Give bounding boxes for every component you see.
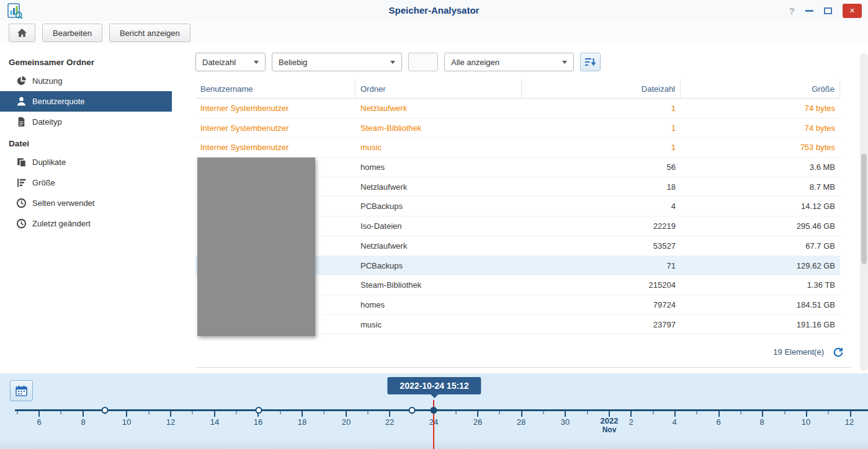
column-header-ordner[interactable]: Ordner: [356, 80, 522, 98]
timeline-tick: [477, 411, 478, 417]
timeline-tick: [38, 411, 40, 417]
cell-folder: Steam-Bibliothek: [356, 275, 522, 295]
timeline-event-marker[interactable]: [256, 407, 262, 414]
cell-size: 1.36 TB: [681, 275, 840, 295]
sidebar-item-zuletzt-geaendert[interactable]: Zuletzt geändert: [0, 213, 172, 234]
timeline-tick: [61, 411, 61, 414]
timeline-tick: [587, 411, 588, 414]
cell-folder: music: [356, 315, 522, 334]
timeline-tick: [346, 411, 347, 417]
user-icon: [16, 96, 27, 107]
sort-order-button[interactable]: [580, 53, 601, 71]
filter-value-input[interactable]: [408, 53, 438, 71]
sort-descending-icon: [584, 57, 596, 67]
maximize-button[interactable]: [824, 7, 832, 14]
cell-size: 191.16 GB: [681, 315, 840, 334]
refresh-button[interactable]: [833, 346, 844, 357]
cell-user: Interner Systembenutzer: [195, 99, 356, 118]
timeline-tick: [214, 411, 215, 417]
column-header-benutzername[interactable]: Benutzername: [195, 80, 356, 98]
sidebar-item-groesse[interactable]: Größe: [0, 172, 172, 193]
timeline-label: 22: [385, 417, 394, 427]
sidebar-item-selten-verwendet[interactable]: Selten verwendet: [0, 193, 172, 213]
sidebar: Gemeinsamer Ordner Nutzung Benutzerquote: [0, 45, 186, 373]
timeline-tick: [630, 411, 632, 417]
timeline-tick: [302, 411, 303, 417]
timeline-label: 4: [672, 417, 676, 427]
cell-count: 18: [522, 177, 681, 197]
timeline-tick: [762, 411, 763, 417]
cell-count: 1: [522, 99, 681, 118]
sidebar-item-nutzung[interactable]: Nutzung: [0, 71, 172, 91]
timeline-label: 20: [342, 417, 351, 427]
titlebar: Speicher-Analysator ? ×: [0, 0, 868, 21]
sidebar-item-duplikate[interactable]: Duplikate: [0, 152, 172, 172]
timeline-label: 16: [254, 417, 262, 427]
timeline-tick: [740, 411, 741, 414]
calendar-button[interactable]: [10, 380, 33, 401]
document-icon: [16, 117, 27, 127]
cell-folder: PCBackups: [356, 256, 522, 275]
scrollbar-thumb[interactable]: [861, 154, 867, 264]
show-filter-dropdown[interactable]: Alle anzeigen: [444, 53, 574, 71]
minimize-button[interactable]: [805, 10, 813, 12]
size-bars-icon: [16, 177, 27, 188]
cell-count: 79724: [522, 295, 681, 314]
cell-folder: homes: [356, 158, 522, 177]
cell-count: 56: [522, 158, 681, 177]
column-header-groesse[interactable]: Größe: [681, 80, 840, 98]
cell-size: 295.46 GB: [681, 216, 840, 236]
home-button[interactable]: [9, 24, 35, 42]
timeline-tick: [324, 411, 324, 414]
table-row[interactable]: Interner Systembenutzer Netzlaufwerk 1 7…: [195, 99, 840, 118]
table-row[interactable]: Interner Systembenutzer Steam-Bibliothek…: [195, 118, 840, 138]
filter-row: Dateizahl Beliebig Alle anzeigen: [195, 53, 601, 71]
chevron-down-icon: [254, 61, 259, 66]
timeline-label: 2: [629, 417, 633, 427]
timeline-tick: [499, 411, 500, 414]
timeline-event-marker[interactable]: [102, 407, 109, 414]
show-report-button[interactable]: Bericht anzeigen: [109, 24, 190, 42]
cell-folder: PCBackups: [356, 197, 522, 216]
timeline-label: 28: [517, 417, 526, 427]
cell-count: 53527: [522, 236, 681, 256]
edit-button[interactable]: Bearbeiten: [42, 24, 102, 42]
timeline-tick: [455, 411, 456, 414]
timeline-label: 12: [166, 417, 175, 427]
cell-size: 74 bytes: [681, 99, 840, 118]
sidebar-item-dateityp[interactable]: Dateityp: [0, 112, 172, 132]
window-title: Speicher-Analysator: [0, 0, 868, 21]
cell-folder: music: [356, 138, 522, 157]
cell-size: 753 bytes: [681, 138, 840, 157]
timeline-event-marker[interactable]: [409, 407, 416, 414]
timeline-label: 30: [561, 417, 570, 427]
pie-chart-icon: [16, 76, 27, 86]
list-footer: 19 Element(e): [195, 342, 844, 361]
sort-field-dropdown[interactable]: Dateizahl: [195, 53, 266, 71]
timeline-tick: [718, 411, 720, 417]
item-count: 19 Element(e): [773, 347, 824, 357]
refresh-icon: [833, 346, 844, 357]
cell-size: 14.12 GB: [681, 197, 840, 216]
cell-folder: Netzlaufwerk: [356, 99, 522, 118]
cell-folder: Netzlaufwerk: [356, 236, 522, 256]
help-button[interactable]: ?: [789, 6, 795, 16]
sidebar-item-benutzerquote[interactable]: Benutzerquote: [0, 91, 172, 112]
column-header-dateizahl[interactable]: Dateizahl: [522, 80, 681, 98]
timeline-label: 18: [298, 417, 306, 427]
timeline-tick: [83, 411, 84, 417]
condition-dropdown[interactable]: Beliebig: [272, 53, 402, 71]
close-button[interactable]: ×: [843, 4, 862, 18]
cell-count: 1: [522, 118, 681, 138]
table-row[interactable]: Interner Systembenutzer music 1 753 byte…: [195, 138, 840, 158]
timeline-label: 8: [759, 417, 764, 427]
cell-count: 4: [522, 197, 681, 216]
timeline-tick: [653, 411, 653, 414]
chevron-down-icon: [562, 61, 567, 66]
timeline-tick: [565, 411, 566, 417]
content-divider: [195, 367, 851, 368]
vertical-scrollbar[interactable]: [860, 53, 868, 371]
timeline-label-year-month: 2022 Nov: [601, 417, 619, 434]
cell-size: 74 bytes: [681, 118, 840, 138]
timeline-current-marker[interactable]: [431, 407, 437, 414]
